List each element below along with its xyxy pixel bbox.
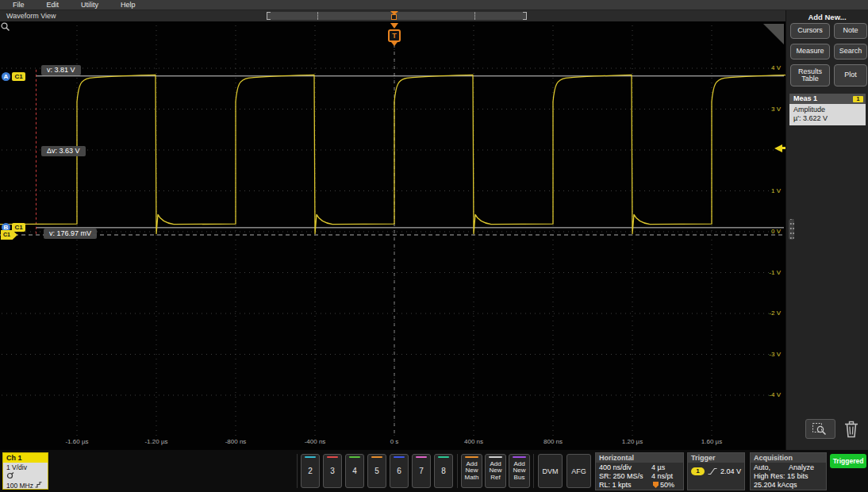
meas1-measurement: Amplitude xyxy=(793,106,862,114)
add-new-note-button[interactable]: Note xyxy=(834,23,867,39)
trash-button[interactable] xyxy=(842,420,861,439)
channel1-scale: 1 V/div xyxy=(6,463,48,472)
trigger-body: 1 2.04 V xyxy=(688,467,744,475)
trigger-level: 2.04 V xyxy=(720,467,741,475)
channel-2-button[interactable]: 2 xyxy=(301,454,320,488)
menu-item-file[interactable]: File xyxy=(13,1,25,9)
channel-color-stripe xyxy=(416,456,427,458)
cursor-b-channel-tag: C1 xyxy=(12,223,25,232)
channel1-badge[interactable]: Ch 1 1 V/div 100 MHz xyxy=(2,452,48,490)
acquisition-analyze: Analyze xyxy=(789,463,814,472)
x-axis-label: 1.60 µs xyxy=(688,438,735,445)
add-new-bus-button[interactable]: AddNewBus xyxy=(509,454,530,488)
add-new-plot-button[interactable]: Plot xyxy=(834,64,867,86)
add-new-results-table-button[interactable]: Results Table xyxy=(790,64,830,86)
tab-waveform-view[interactable]: Waveform View xyxy=(6,12,56,20)
add-new-measure-button[interactable]: Measure xyxy=(790,44,830,60)
add-new-header: Add New... xyxy=(786,13,868,21)
channel1-bandwidth: 100 MHz xyxy=(6,482,33,490)
channel-button-row: 2345678 xyxy=(301,454,453,488)
y-axis-label: 3 V xyxy=(744,106,781,113)
acquisition-body: Auto, Analyze High Res: 15 bits 25.204 k… xyxy=(751,463,826,490)
afg-button[interactable]: AFG xyxy=(567,454,591,488)
trigger-position-flag[interactable]: T xyxy=(388,29,401,42)
cursor-a-handle[interactable]: A xyxy=(2,72,10,81)
bandwidth-limit-icon xyxy=(35,482,42,488)
channel-7-button[interactable]: 7 xyxy=(412,454,431,488)
pan-zoom-ruler[interactable] xyxy=(267,12,527,20)
channel1-title: Ch 1 xyxy=(3,453,48,463)
channel-color-stripe xyxy=(394,456,405,458)
button-color-stripe xyxy=(465,456,478,458)
channel-4-button[interactable]: 4 xyxy=(345,454,364,488)
channel-color-stripe xyxy=(305,456,316,458)
add-new-cursors-button[interactable]: Cursors xyxy=(790,23,830,39)
add-new-button-grid: CursorsNoteMeasureSearchResults TablePlo… xyxy=(790,23,867,86)
acquisition-title: Acquisition xyxy=(751,453,826,463)
meas1-value: µ': 3.622 V xyxy=(793,114,862,123)
menu-item-edit[interactable]: Edit xyxy=(47,1,60,9)
menu-item-help[interactable]: Help xyxy=(121,1,136,9)
footer-divider xyxy=(297,454,298,488)
trigger-position-icon xyxy=(653,482,659,488)
cursor-b-readout[interactable]: v: 176.97 mV xyxy=(44,229,97,239)
x-axis-label: -1.60 µs xyxy=(53,438,101,445)
ruler-trigger-position-marker[interactable] xyxy=(390,11,399,21)
channel-color-stripe xyxy=(327,456,338,458)
trigger-level-arrow-icon[interactable] xyxy=(774,144,782,152)
meas1-badge[interactable]: Meas 1 1 Amplitude µ': 3.622 V xyxy=(789,94,866,125)
button-color-stripe xyxy=(513,456,526,458)
x-axis-label: -800 ns xyxy=(212,438,259,445)
zoom-corner-grip[interactable] xyxy=(763,24,784,44)
y-axis-label: -1 V xyxy=(744,269,781,276)
ruler-left-bracket-icon xyxy=(267,12,271,20)
box-zoom-icon xyxy=(812,422,829,436)
waveform-display[interactable]: T v: 3.81 V Δv: 3.63 V v: 176.97 mV A C1… xyxy=(0,21,785,450)
horizontal-title: Horizontal xyxy=(596,453,683,463)
cursor-delta-readout[interactable]: Δv: 3.63 V xyxy=(41,146,86,156)
channel-color-stripe xyxy=(349,456,360,458)
trigger-source-badge: 1 xyxy=(691,467,705,475)
trigger-title: Trigger xyxy=(688,453,744,463)
add-new-math-button[interactable]: AddNewMath xyxy=(461,454,482,488)
side-panel: Add New... CursorsNoteMeasureSearchResul… xyxy=(785,10,868,450)
cursor-a-readout[interactable]: v: 3.81 V xyxy=(41,65,81,75)
channel-6-button[interactable]: 6 xyxy=(390,454,409,488)
trigger-status-badge[interactable]: Triggered xyxy=(830,454,866,468)
channel-8-button[interactable]: 8 xyxy=(434,454,453,488)
horizontal-scale: 400 ns/div xyxy=(599,463,632,471)
y-axis-label: 4 V xyxy=(744,64,781,71)
acquisition-panel[interactable]: Acquisition Auto, Analyze High Res: 15 b… xyxy=(750,452,827,490)
add-button-row: AddNewMathAddNewRefAddNewBus xyxy=(461,454,530,488)
dvm-button[interactable]: DVM xyxy=(538,454,563,488)
y-axis-label: 0 V xyxy=(744,228,781,235)
ch1-waveform-trace xyxy=(0,75,785,234)
trigger-flag-tail-icon xyxy=(391,42,398,46)
graticule-svg xyxy=(0,21,785,450)
channel-5-button[interactable]: 5 xyxy=(367,454,386,488)
cursor-a-channel-tag: C1 xyxy=(12,72,25,81)
x-axis-label: 0 s xyxy=(371,438,418,445)
horizontal-position: 50% xyxy=(651,481,674,490)
sample-resolution: 4 ns/pt xyxy=(651,472,673,481)
horizontal-panel[interactable]: Horizontal 400 ns/div 4 µs SR: 250 MS/s … xyxy=(595,452,684,490)
meas1-header: Meas 1 1 xyxy=(789,94,866,104)
trigger-flag-arrow-icon xyxy=(390,23,398,29)
channel1-body: 1 V/div 100 MHz xyxy=(3,463,48,489)
oscilloscope-app: FileEditUtilityHelp Waveform View T v: 3… xyxy=(0,0,868,492)
ruler-tick-icon xyxy=(474,12,475,20)
acquisition-mode: Auto, xyxy=(754,463,770,471)
panel-resize-handle[interactable] xyxy=(789,219,794,240)
ruler-right-bracket-icon xyxy=(523,12,527,20)
y-axis-label: -2 V xyxy=(744,309,781,317)
menu-item-utility[interactable]: Utility xyxy=(81,1,98,9)
box-zoom-button[interactable] xyxy=(805,419,835,439)
add-new-search-button[interactable]: Search xyxy=(834,44,867,60)
view-tab-bar: Waveform View xyxy=(0,10,785,21)
sample-rate: SR: 250 MS/s xyxy=(599,472,643,480)
trigger-panel[interactable]: Trigger 1 2.04 V xyxy=(687,452,745,490)
horizontal-body: 400 ns/div 4 µs SR: 250 MS/s 4 ns/pt RL:… xyxy=(596,463,683,490)
add-new-ref-button[interactable]: AddNewRef xyxy=(485,454,506,488)
menu-bar: FileEditUtilityHelp xyxy=(0,0,868,10)
channel-3-button[interactable]: 3 xyxy=(323,454,342,488)
